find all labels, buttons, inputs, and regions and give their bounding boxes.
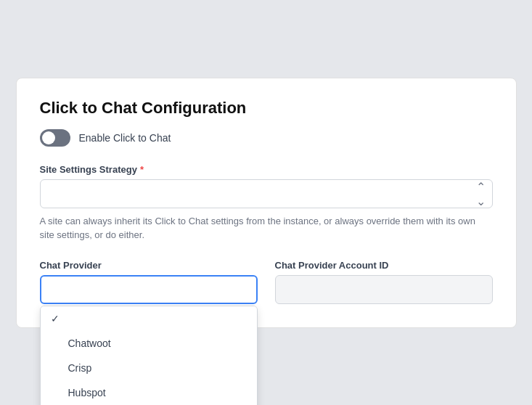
chat-provider-label: Chat Provider	[40, 260, 258, 271]
required-indicator: *	[140, 164, 144, 175]
provider-dropdown: ✓ Chatwoot Crisp Hubspot	[40, 306, 258, 406]
enable-toggle[interactable]	[40, 129, 70, 147]
dropdown-item-hubspot[interactable]: Hubspot	[41, 380, 257, 405]
provider-row: Chat Provider ✓ Chatwoot Crisp	[40, 260, 493, 304]
chat-provider-col: Chat Provider ✓ Chatwoot Crisp	[40, 260, 258, 304]
dropdown-item-empty[interactable]: ✓	[41, 306, 257, 331]
account-id-col: Chat Provider Account ID	[275, 260, 493, 304]
site-settings-section: Site Settings Strategy * ⌃ ⌄ A site can …	[40, 164, 493, 242]
chat-provider-input[interactable]	[40, 275, 258, 304]
account-id-input[interactable]	[275, 275, 493, 304]
toggle-label: Enable Click to Chat	[79, 132, 171, 144]
account-id-label: Chat Provider Account ID	[275, 260, 493, 271]
toggle-row: Enable Click to Chat	[40, 129, 493, 147]
check-icon: ✓	[51, 313, 62, 324]
config-card: Click to Chat Configuration Enable Click…	[16, 78, 517, 328]
hint-text: A site can always inherit its Click to C…	[40, 214, 493, 242]
page-title: Click to Chat Configuration	[40, 99, 493, 118]
dropdown-item-crisp[interactable]: Crisp	[41, 356, 257, 380]
site-settings-select-wrapper: ⌃ ⌄	[40, 179, 493, 208]
site-settings-select[interactable]	[40, 179, 493, 208]
dropdown-item-chatwoot[interactable]: Chatwoot	[41, 331, 257, 356]
site-settings-label: Site Settings Strategy *	[40, 164, 493, 175]
toggle-knob	[42, 131, 55, 144]
provider-input-wrapper: ✓ Chatwoot Crisp Hubspot	[40, 275, 258, 304]
